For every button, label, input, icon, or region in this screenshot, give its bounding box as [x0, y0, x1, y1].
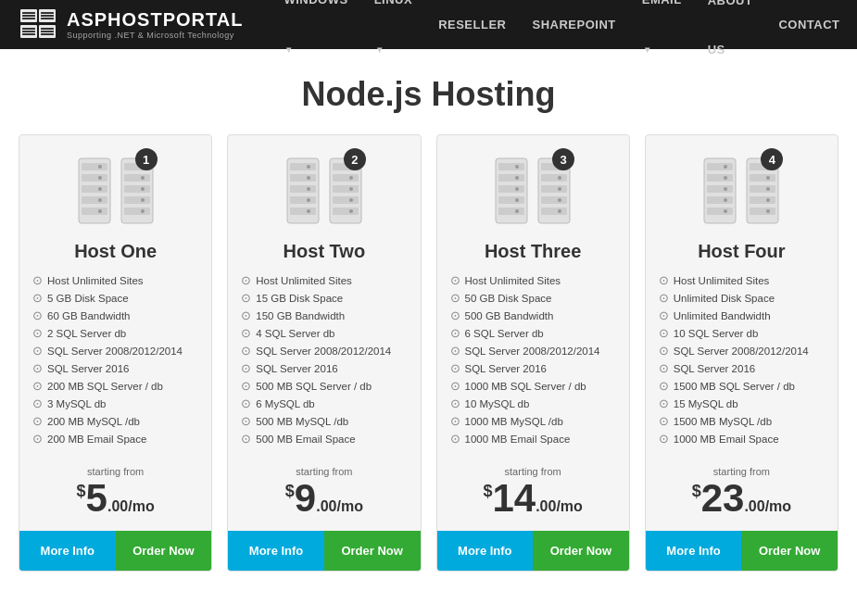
list-item: ⊙Host Unlimited Sites — [659, 271, 825, 289]
nav-link-reseller[interactable]: RESELLER — [425, 0, 519, 49]
list-item: ⊙500 MB Email Space — [241, 430, 407, 447]
svg-rect-14 — [41, 31, 54, 32]
list-item: ⊙Unlimited Disk Space — [659, 289, 825, 307]
more-info-button[interactable]: More Info — [437, 531, 534, 571]
logo-icon — [19, 7, 57, 43]
card-host-two: 2 Host Two⊙Host Unlimited Sites⊙15 GB Di… — [227, 134, 421, 572]
svg-point-25 — [98, 198, 102, 202]
nav-menu: WINDOWS ▾ LINUX ▾ RESELLER SHAREPOINT EM… — [271, 0, 852, 74]
svg-point-103 — [766, 209, 770, 213]
check-icon: ⊙ — [450, 379, 460, 393]
more-info-button[interactable]: More Info — [646, 531, 742, 571]
list-item: ⊙SQL Server 2016 — [241, 359, 407, 377]
svg-rect-32 — [124, 207, 150, 215]
nav-item-reseller[interactable]: RESELLER — [425, 0, 519, 49]
svg-point-69 — [515, 198, 519, 202]
svg-rect-30 — [124, 185, 150, 193]
nav-link-sharepoint[interactable]: SHAREPOINT — [519, 0, 628, 49]
list-item: ⊙SQL Server 2008/2012/2014 — [450, 342, 616, 359]
plan-badge: 3 — [552, 148, 574, 170]
svg-rect-85 — [707, 185, 733, 193]
order-now-button[interactable]: Order Now — [116, 531, 212, 571]
order-now-button[interactable]: Order Now — [741, 531, 838, 571]
list-item: ⊙6 SQL Server db — [450, 324, 616, 342]
nav-link-contact[interactable]: CONTACT — [765, 0, 852, 49]
list-item: ⊙SQL Server 2008/2012/2014 — [241, 342, 407, 359]
nav-item-windows[interactable]: WINDOWS ▾ — [271, 0, 360, 74]
plan-badge: 2 — [344, 148, 366, 170]
svg-rect-64 — [498, 196, 524, 204]
check-icon: ⊙ — [659, 291, 669, 305]
svg-rect-73 — [541, 174, 567, 182]
starting-from-label: starting from — [228, 466, 420, 477]
svg-point-35 — [141, 187, 145, 191]
order-now-button[interactable]: Order Now — [324, 531, 421, 571]
list-item: ⊙1500 MB MySQL /db — [659, 412, 825, 430]
price-display: $ 5 .00/mo — [19, 479, 211, 518]
list-item: ⊙500 MB SQL Server / db — [241, 377, 407, 395]
nav-item-linux[interactable]: LINUX ▾ — [361, 0, 426, 74]
nav-link-email[interactable]: EMAIL ▾ — [629, 0, 695, 74]
svg-rect-31 — [124, 196, 150, 204]
check-icon: ⊙ — [32, 273, 43, 287]
list-item: ⊙Host Unlimited Sites — [241, 271, 407, 289]
logo-main-text: ASPHOSTPORTAL — [67, 9, 243, 31]
plan-title: Host One — [74, 241, 157, 262]
plan-title: Host Two — [284, 241, 366, 262]
svg-rect-63 — [498, 185, 524, 193]
list-item: ⊙500 MB MySQL /db — [241, 412, 407, 430]
svg-point-47 — [307, 198, 310, 202]
svg-rect-19 — [82, 185, 107, 193]
check-icon: ⊙ — [32, 396, 43, 410]
list-item: ⊙Unlimited Bandwidth — [659, 307, 825, 324]
starting-from-label: starting from — [19, 466, 211, 477]
svg-rect-9 — [22, 28, 35, 30]
more-info-button[interactable]: More Info — [19, 531, 116, 571]
nav-item-about[interactable]: ABOUT US — [695, 0, 766, 74]
nav-item-sharepoint[interactable]: SHAREPOINT — [519, 0, 628, 49]
list-item: ⊙200 MB MySQL /db — [32, 412, 198, 430]
nav-link-about[interactable]: ABOUT US — [695, 0, 766, 74]
check-icon: ⊙ — [32, 379, 43, 393]
order-now-button[interactable]: Order Now — [533, 531, 629, 571]
nav-link-linux[interactable]: LINUX ▾ — [361, 0, 426, 74]
list-item: ⊙1500 MB SQL Server / db — [659, 377, 825, 395]
svg-point-22 — [98, 165, 102, 169]
card-buttons: More Info Order Now — [228, 531, 420, 571]
list-item: ⊙2 SQL Server db — [32, 324, 198, 342]
price-dollar: $ — [483, 483, 492, 499]
more-info-button[interactable]: More Info — [228, 531, 324, 571]
svg-point-81 — [558, 209, 561, 213]
check-icon: ⊙ — [659, 326, 669, 340]
list-item: ⊙Host Unlimited Sites — [450, 271, 616, 289]
svg-rect-15 — [41, 33, 54, 35]
list-item: ⊙Host Unlimited Sites — [32, 271, 198, 289]
check-icon: ⊙ — [32, 361, 43, 375]
svg-rect-43 — [290, 207, 316, 215]
logo-link[interactable]: ASPHOSTPORTAL Supporting .NET & Microsof… — [19, 7, 243, 43]
svg-rect-52 — [333, 185, 359, 193]
svg-point-56 — [349, 176, 353, 180]
chevron-down-icon: ▾ — [286, 44, 292, 55]
svg-point-89 — [724, 176, 727, 180]
svg-rect-62 — [498, 174, 524, 182]
svg-rect-2 — [22, 15, 35, 17]
svg-point-78 — [558, 176, 561, 180]
nav-item-contact[interactable]: CONTACT — [765, 0, 852, 49]
svg-rect-18 — [82, 174, 107, 182]
card-icon-area-3: 4 — [699, 135, 783, 237]
list-item: ⊙SQL Server 2016 — [32, 359, 198, 377]
svg-rect-51 — [333, 174, 359, 182]
nav-link-windows[interactable]: WINDOWS ▾ — [271, 0, 360, 74]
list-item: ⊙500 GB Bandwidth — [450, 307, 616, 324]
svg-rect-42 — [290, 196, 316, 204]
svg-rect-13 — [41, 28, 54, 30]
check-icon: ⊙ — [450, 344, 460, 358]
svg-rect-40 — [290, 174, 316, 182]
svg-point-57 — [349, 187, 353, 191]
feature-list: ⊙Host Unlimited Sites⊙Unlimited Disk Spa… — [646, 271, 838, 447]
nav-item-email[interactable]: EMAIL ▾ — [629, 0, 695, 74]
check-icon: ⊙ — [241, 361, 251, 375]
svg-rect-61 — [498, 163, 524, 170]
check-icon: ⊙ — [32, 291, 43, 305]
